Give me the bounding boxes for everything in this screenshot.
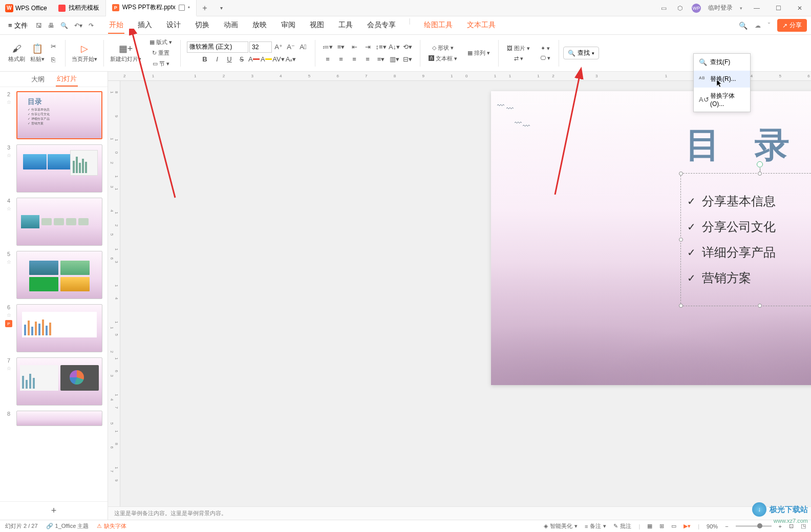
distribute-button[interactable]: ≡▾ bbox=[375, 54, 387, 65]
tab-document[interactable]: P WPS PPT教程.pptx • bbox=[106, 0, 197, 16]
screen-button[interactable]: 🖵▾ bbox=[538, 54, 552, 62]
thumbnail-item[interactable]: 3☆ bbox=[5, 144, 102, 193]
menu-view[interactable]: 视图 bbox=[309, 17, 325, 34]
search-icon[interactable]: 🔍 bbox=[739, 22, 748, 30]
menu-slideshow[interactable]: 放映 bbox=[251, 17, 268, 34]
slide-thumbnail-5[interactable] bbox=[16, 251, 102, 299]
align-left-button[interactable]: ≡ bbox=[322, 54, 334, 65]
window-icon[interactable]: ▭ bbox=[659, 4, 668, 13]
thumbnail-item[interactable]: 4☆ bbox=[5, 198, 102, 246]
menu-animation[interactable]: 动画 bbox=[223, 17, 239, 34]
find-menu-item[interactable]: 🔍 查找(F) bbox=[694, 54, 750, 71]
increase-indent-button[interactable]: ⇥ bbox=[361, 41, 374, 53]
cloud-icon[interactable]: ☁ bbox=[755, 22, 761, 29]
collapse-ribbon-icon[interactable]: ˇ bbox=[768, 22, 770, 29]
new-tab-button[interactable]: + bbox=[197, 4, 213, 13]
share-button[interactable]: ↗ 分享 bbox=[777, 19, 807, 32]
strikethrough-button[interactable]: S̶ bbox=[236, 54, 247, 65]
save-icon[interactable]: 🖫 bbox=[36, 22, 42, 29]
menu-transition[interactable]: 切换 bbox=[194, 17, 210, 34]
add-slide-button[interactable]: + bbox=[0, 501, 108, 520]
paste-button[interactable]: 📋 粘贴▾ bbox=[28, 42, 47, 64]
menu-draw-tools[interactable]: 绘图工具 bbox=[423, 17, 454, 34]
text-direction-button[interactable]: A↓▾ bbox=[388, 41, 400, 53]
view-sorter-icon[interactable]: ⊞ bbox=[659, 523, 664, 529]
replace-menu-item[interactable]: ᴬᴮ 替换(R)... bbox=[694, 71, 750, 88]
slide-thumbnail-8[interactable] bbox=[16, 411, 102, 426]
numbering-button[interactable]: ≡▾ bbox=[335, 41, 347, 53]
missing-font-warning[interactable]: ⚠ 缺失字体 bbox=[97, 522, 126, 530]
format-painter-button[interactable]: 🖌 格式刷 bbox=[6, 42, 27, 64]
arrange-button[interactable]: ▦排列▾ bbox=[465, 48, 492, 58]
theme-status[interactable]: 🔗1_Office 主题 bbox=[46, 522, 89, 530]
minimize-button[interactable]: ― bbox=[750, 1, 764, 15]
italic-button[interactable]: I bbox=[211, 54, 223, 65]
outline-tab[interactable]: 大纲 bbox=[30, 73, 46, 86]
tab-overflow-icon[interactable]: • bbox=[188, 4, 190, 11]
view-normal-icon[interactable]: ▦ bbox=[647, 523, 652, 529]
tab-templates[interactable]: 找稻壳模板 bbox=[52, 0, 106, 16]
columns-button[interactable]: ▥▾ bbox=[388, 54, 400, 65]
from-current-button[interactable]: ▷ 当页开始▾ bbox=[70, 42, 99, 64]
line-spacing-button[interactable]: ↕≡▾ bbox=[375, 41, 387, 53]
slide-thumbnail-2[interactable]: 目录 ✓ 分享基本信息 ✓ 分享公司文化 ✓ 详细分享产品 ✓ 营销方案 bbox=[16, 91, 102, 139]
login-status[interactable]: 临时登录 bbox=[708, 4, 733, 12]
new-slide-button[interactable]: ▦+ 新建幻灯片▾ bbox=[108, 42, 143, 64]
cut-icon[interactable]: ✂ bbox=[48, 41, 59, 52]
tab-dropdown[interactable]: ▾ bbox=[213, 5, 229, 11]
font-color-button[interactable]: A bbox=[248, 54, 260, 65]
redo-icon[interactable]: ↷ bbox=[89, 22, 94, 29]
convert-smartart-button[interactable]: ⟲▾ bbox=[401, 41, 414, 53]
section-button[interactable]: ▭节▾ bbox=[151, 59, 172, 69]
slide-thumbnail-7[interactable] bbox=[16, 357, 102, 406]
replace-pic-button[interactable]: ⇄▾ bbox=[512, 54, 525, 63]
slide-thumbnail-3[interactable] bbox=[16, 144, 102, 193]
view-reading-icon[interactable]: ▭ bbox=[671, 523, 676, 529]
align-right-button[interactable]: ≡ bbox=[348, 54, 360, 65]
thumbnail-item[interactable]: 5☆ bbox=[5, 251, 102, 299]
picture-button[interactable]: 🖼图片▾ bbox=[505, 44, 532, 53]
menu-insert[interactable]: 插入 bbox=[137, 17, 153, 34]
menu-start[interactable]: 开始 bbox=[108, 17, 124, 34]
content-textbox[interactable]: ✓分享基本信息 ✓分享公司文化 ✓详细分享产品 ✓营销方案 bbox=[680, 173, 811, 306]
layout-button[interactable]: ▦版式▾ bbox=[147, 37, 174, 47]
close-window-button[interactable]: ✕ bbox=[793, 1, 807, 15]
menu-member[interactable]: 会员专享 bbox=[366, 17, 397, 34]
slide-title[interactable]: 目 录 bbox=[686, 122, 802, 168]
zoom-in-icon[interactable]: + bbox=[779, 523, 782, 529]
find-button[interactable]: 🔍 查找 ▾ bbox=[563, 47, 599, 59]
undo-icon[interactable]: ↶▾ bbox=[74, 22, 82, 29]
menu-tools[interactable]: 工具 bbox=[337, 17, 354, 34]
font-size-select[interactable] bbox=[249, 41, 272, 53]
char-spacing-button[interactable]: AV▾ bbox=[273, 54, 284, 65]
menu-text-tools[interactable]: 文本工具 bbox=[466, 17, 497, 34]
font-name-select[interactable] bbox=[187, 41, 248, 53]
align-vertical-button[interactable]: ⊟▾ bbox=[401, 54, 414, 65]
beautify-button[interactable]: ◈ 智能美化▾ bbox=[544, 522, 578, 530]
shapes-button[interactable]: ◇形状▾ bbox=[430, 43, 456, 53]
decrease-font-icon[interactable]: A⁻ bbox=[285, 41, 296, 53]
increase-font-icon[interactable]: A⁺ bbox=[273, 41, 284, 53]
menu-review[interactable]: 审阅 bbox=[280, 17, 296, 34]
align-justify-button[interactable]: ≡ bbox=[361, 54, 374, 65]
slide-position[interactable]: 幻灯片 2 / 27 bbox=[5, 522, 38, 530]
copy-icon[interactable]: ⎘ bbox=[48, 54, 59, 66]
bullets-button[interactable]: ≔▾ bbox=[322, 41, 334, 53]
menu-design[interactable]: 设计 bbox=[165, 17, 182, 34]
thumbnail-item[interactable]: 8 bbox=[5, 411, 102, 426]
ai-button[interactable]: ✦▾ bbox=[539, 44, 552, 53]
resize-handle-tm[interactable] bbox=[758, 172, 762, 176]
resize-handle-tl[interactable] bbox=[679, 172, 683, 176]
copy-icon[interactable] bbox=[179, 5, 185, 11]
reset-button[interactable]: ↻重置 bbox=[150, 48, 172, 58]
bold-button[interactable]: B bbox=[199, 54, 210, 65]
slide-canvas[interactable]: 〰 〰 〰 〰 2023年8月24日星期四 目 录 ✓分享基本信息 bbox=[491, 91, 811, 385]
zoom-value[interactable]: 90% bbox=[707, 523, 718, 529]
view-slideshow-icon[interactable]: ▶▾ bbox=[684, 523, 691, 529]
package-icon[interactable]: ⬡ bbox=[675, 4, 685, 13]
zoom-slider[interactable] bbox=[736, 525, 772, 527]
slide-thumbnail-4[interactable] bbox=[16, 198, 102, 246]
resize-handle-ml[interactable] bbox=[679, 238, 683, 242]
zoom-out-icon[interactable]: − bbox=[725, 523, 728, 529]
thumbnail-item[interactable]: 6☆P bbox=[5, 304, 102, 352]
